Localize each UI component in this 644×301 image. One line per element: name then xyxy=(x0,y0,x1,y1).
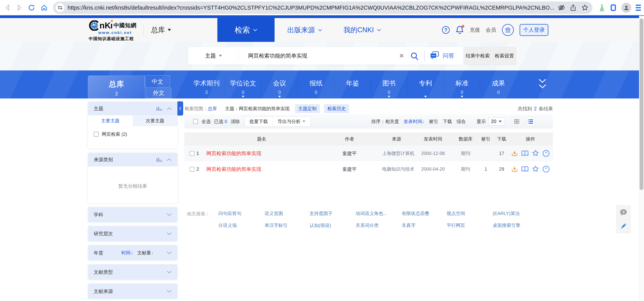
back-icon[interactable] xyxy=(4,4,12,12)
search-submit-icon[interactable] xyxy=(410,52,419,60)
sort-overall[interactable]: 综合 xyxy=(456,118,466,124)
col-actions[interactable]: 操作 xyxy=(508,136,553,142)
nav-item-patent[interactable]: 专利 xyxy=(407,70,444,98)
sort-download[interactable]: 下载 xyxy=(443,118,452,124)
bar-chart-icon[interactable] xyxy=(156,106,162,111)
topic-checkbox[interactable] xyxy=(94,132,99,137)
sort-date[interactable]: 发表时间↓ xyxy=(404,118,424,124)
col-title[interactable]: 题名 xyxy=(206,136,317,142)
related-link[interactable]: 平行网页 xyxy=(446,222,493,228)
search-in-results-button[interactable]: 结果中检索 xyxy=(465,47,491,64)
year-sort-volume[interactable]: 文献量↓ xyxy=(137,250,154,256)
sidebar-group-subject[interactable]: 学科 xyxy=(88,207,178,222)
row-checkbox[interactable] xyxy=(190,167,194,172)
tab-search[interactable]: 检索 xyxy=(217,18,274,42)
search-history-button[interactable]: 检索历史 xyxy=(324,104,349,113)
forward-icon[interactable] xyxy=(15,4,24,12)
tab-publish-source[interactable]: 出版来源 xyxy=(283,18,327,42)
scope-value[interactable]: 总库 xyxy=(208,106,217,112)
result-title-link[interactable]: 网页检索功能的简单实现 xyxy=(206,166,317,172)
qa-link[interactable]: 问答 xyxy=(443,52,454,60)
page-size-select[interactable]: 20 xyxy=(488,118,504,126)
related-link[interactable]: 动词语义角色... xyxy=(356,210,402,216)
favorite-star-icon[interactable] xyxy=(532,150,539,157)
nav-expand-icon[interactable] xyxy=(538,78,547,91)
nav-item-yearbook[interactable]: 年鉴 xyxy=(334,70,371,98)
result-source[interactable]: 上海微型计算机 xyxy=(382,150,411,156)
nav-item-achievement[interactable]: 成果0 xyxy=(480,70,517,98)
nav-item-newspaper[interactable]: 报纸0 xyxy=(298,70,334,98)
institution-icon[interactable] xyxy=(502,24,514,36)
related-link[interactable]: 桌面搜索引擎 xyxy=(493,222,520,228)
nav-item-primary[interactable]: 总库 2 xyxy=(88,76,145,98)
search-input[interactable]: 网页检索功能的简单实现 xyxy=(248,52,307,60)
site-settings-icon[interactable] xyxy=(56,3,64,12)
sidebar-group-docsource[interactable]: 文献来源 xyxy=(88,284,178,299)
login-button[interactable]: 个人登录 xyxy=(520,24,548,36)
bookmark-star-icon[interactable] xyxy=(581,4,589,12)
url-bar[interactable]: https://kns.cnki.net/kns8s/defaultresult… xyxy=(53,2,592,14)
row-checkbox[interactable] xyxy=(190,151,194,156)
result-source[interactable]: 电脑知识与技术 xyxy=(382,166,411,172)
extension-flask-icon[interactable] xyxy=(599,4,605,12)
sort-relevance[interactable]: 相关度 xyxy=(385,118,399,124)
download-icon[interactable] xyxy=(511,150,518,157)
bar-chart-icon[interactable] xyxy=(156,158,162,162)
related-link[interactable]: 单汉字标引 xyxy=(264,222,310,228)
help-icon[interactable]: ? xyxy=(442,26,450,34)
favorite-star-icon[interactable] xyxy=(532,166,539,173)
sidebar-group-year[interactable]: 年度 时间↓ 文献量↓ xyxy=(88,245,178,260)
db-switcher[interactable]: 总库 xyxy=(151,18,171,42)
edit-pencil-button[interactable] xyxy=(616,219,630,233)
lang-tab-chinese[interactable]: 中文 xyxy=(145,76,170,88)
related-link[interactable]: 语义贫困 xyxy=(264,210,310,216)
lang-tab-foreign[interactable]: 外文 xyxy=(146,88,171,98)
cnki-logo[interactable]: nKı 中國知網 www.cnki.net 中国知识基础设施工程 xyxy=(89,20,142,42)
topic-filter-item[interactable]: 网页检索 (2) xyxy=(94,131,172,137)
sort-cited[interactable]: 被引 xyxy=(429,118,438,124)
sidebar-group-level[interactable]: 研究层次 xyxy=(88,226,178,241)
nav-item-standard[interactable]: 标准0 xyxy=(444,70,480,98)
topic-custom-button[interactable]: 主题定制 xyxy=(295,104,320,113)
col-downloads[interactable]: 下载 xyxy=(496,136,508,142)
extension-rect-icon[interactable] xyxy=(610,4,617,12)
tab-minor-topic[interactable]: 次要主题 xyxy=(133,115,178,126)
related-link[interactable]: 问句应答句 xyxy=(218,210,264,216)
home-icon[interactable] xyxy=(40,4,48,12)
year-sort-time[interactable]: 时间↓ xyxy=(121,250,133,256)
batch-download-button[interactable]: 批量下载 xyxy=(245,117,272,126)
col-db[interactable]: 数据库 xyxy=(455,136,476,142)
download-icon[interactable] xyxy=(511,166,518,172)
search-settings-button[interactable]: 检索设置 xyxy=(493,47,516,64)
member-link[interactable]: 会员 xyxy=(486,26,496,34)
read-online-icon[interactable] xyxy=(521,150,528,157)
clear-selection[interactable]: 清除 xyxy=(230,118,240,124)
select-all-checkbox[interactable] xyxy=(193,119,198,124)
read-online-icon[interactable] xyxy=(521,166,528,172)
result-title-link[interactable]: 网页检索功能的简单实现 xyxy=(206,150,317,157)
notification-bell-icon[interactable] xyxy=(456,25,464,34)
col-cited[interactable]: 被引 xyxy=(476,136,496,142)
nav-item-conference[interactable]: 会议0 xyxy=(261,70,298,98)
qa-chat-icon[interactable] xyxy=(430,51,439,60)
related-link[interactable]: 支持度因子 xyxy=(310,210,356,216)
sidebar-collapse-handle[interactable] xyxy=(178,101,183,116)
clear-search-icon[interactable]: ✕ xyxy=(399,52,404,60)
url-text[interactable]: https://kns.cnki.net/kns8s/defaultresult… xyxy=(68,2,554,14)
related-link[interactable]: 视点空间 xyxy=(446,210,493,216)
nav-item-book[interactable]: 图书0 xyxy=(371,70,407,98)
result-author[interactable]: 童建平 xyxy=(317,166,382,172)
search-field-selector[interactable]: 主题 xyxy=(205,52,222,60)
related-link[interactable]: 认知(假设) xyxy=(310,222,356,228)
list-view-button[interactable] xyxy=(526,117,535,126)
col-source[interactable]: 来源 xyxy=(382,136,411,142)
grid-view-button[interactable] xyxy=(512,117,521,126)
cite-icon[interactable]: ” xyxy=(542,166,550,173)
col-author[interactable]: 作者 xyxy=(317,136,382,142)
related-link[interactable]: 非真字 xyxy=(402,222,446,228)
feedback-bubble-button[interactable]: ? xyxy=(616,206,630,219)
related-link[interactable]: 有限状态层叠 xyxy=(402,210,446,216)
related-link[interactable]: 关系词分类 xyxy=(356,222,402,228)
col-date[interactable]: 发表时间 xyxy=(411,136,455,142)
nav-item-thesis[interactable]: 学位论文0 xyxy=(225,70,261,98)
